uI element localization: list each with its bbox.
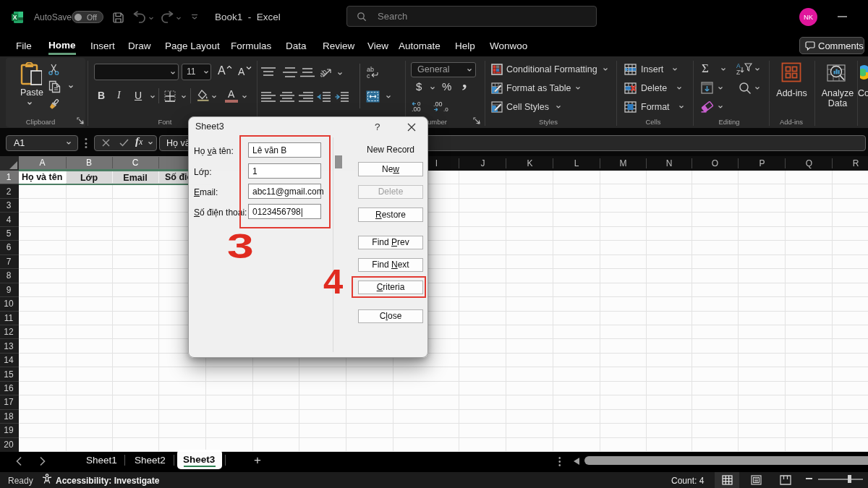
svg-text:.0: .0 xyxy=(443,106,448,112)
svg-text:Z: Z xyxy=(736,69,740,75)
svg-text:0: 0 xyxy=(417,101,421,107)
svg-text:c: c xyxy=(367,72,370,79)
svg-text:.00: .00 xyxy=(433,101,443,108)
svg-text:X: X xyxy=(13,14,17,21)
